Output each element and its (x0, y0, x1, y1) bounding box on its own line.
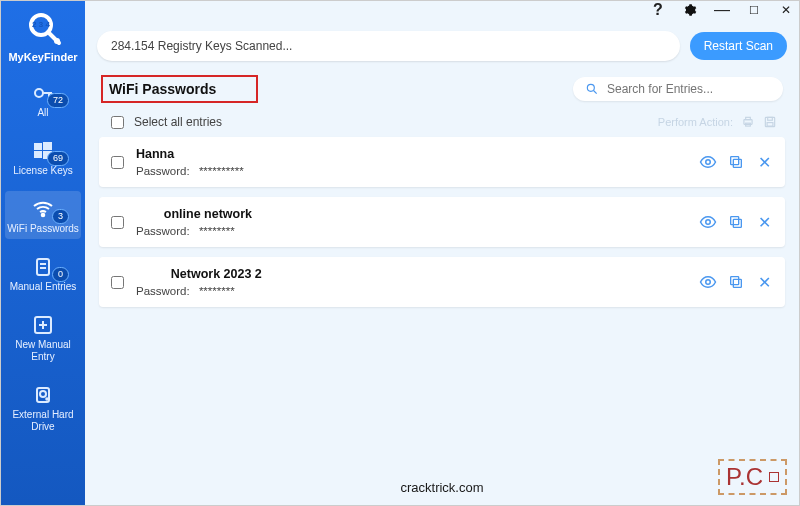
corner-watermark: P.C (718, 459, 787, 495)
maximize-button[interactable]: ☐ (747, 3, 761, 17)
copy-icon[interactable] (727, 153, 745, 171)
sidebar-item-new-manual[interactable]: New Manual Entry (5, 307, 81, 367)
select-all-checkbox[interactable] (111, 116, 124, 129)
scan-status: 284.154 Registry Keys Scanned... (97, 31, 680, 61)
svg-rect-9 (43, 142, 52, 150)
svg-rect-28 (768, 117, 773, 120)
svg-rect-25 (746, 117, 751, 119)
password-mask: ******** (199, 285, 235, 297)
entry-row: xxxxonline network Password: ******** ✕ (99, 197, 785, 247)
app-logo: 2 3 4 MyKeyFinder (1, 5, 85, 71)
svg-point-36 (706, 280, 711, 285)
svg-point-30 (706, 160, 711, 165)
entry-row: xxxxxNetwork 2023 2 Password: ******** ✕ (99, 257, 785, 307)
perform-action-area: Perform Action: (658, 115, 777, 129)
scan-bar: 284.154 Registry Keys Scanned... Restart… (97, 31, 787, 61)
delete-icon[interactable]: ✕ (755, 273, 773, 291)
svg-line-23 (594, 91, 597, 94)
section-title: WiFi Passwords (109, 81, 216, 97)
watermark-text: cracktrick.com (400, 480, 483, 495)
entry-checkbox[interactable] (111, 216, 124, 229)
svg-rect-35 (731, 217, 739, 225)
harddrive-icon (7, 381, 79, 409)
search-input[interactable] (607, 82, 771, 96)
password-mask: ********** (199, 165, 244, 177)
password-label: Password: (136, 225, 190, 237)
logo-digits: 2 3 4 (32, 20, 50, 29)
plus-icon (7, 311, 79, 339)
sidebar: 2 3 4 MyKeyFinder 72 All 69 License Keys… (1, 1, 85, 505)
entry-checkbox[interactable] (111, 276, 124, 289)
badge-count: 0 (52, 267, 69, 282)
print-icon[interactable] (741, 115, 755, 129)
help-button[interactable]: ? (651, 3, 665, 17)
badge-count: 3 (52, 209, 69, 224)
sidebar-item-external[interactable]: External Hard Drive (5, 377, 81, 437)
perform-action-label: Perform Action: (658, 116, 733, 128)
section-title-highlight: WiFi Passwords (101, 75, 258, 103)
svg-point-22 (587, 84, 594, 91)
sidebar-item-label: License Keys (7, 165, 79, 177)
sidebar-item-label: WiFi Passwords (7, 223, 79, 235)
select-all-row: Select all entries Perform Action: (85, 111, 799, 137)
save-icon[interactable] (763, 115, 777, 129)
minimize-button[interactable]: — (715, 3, 729, 17)
delete-icon[interactable]: ✕ (755, 213, 773, 231)
sidebar-item-all[interactable]: 72 All (5, 75, 81, 123)
restart-scan-button[interactable]: Restart Scan (690, 32, 787, 60)
svg-rect-34 (733, 219, 741, 227)
entry-checkbox[interactable] (111, 156, 124, 169)
app-logo-icon: 2 3 4 (1, 9, 85, 49)
svg-point-20 (40, 391, 46, 397)
svg-rect-38 (731, 277, 739, 285)
svg-point-33 (706, 220, 711, 225)
svg-point-4 (35, 89, 43, 97)
badge-count: 69 (47, 151, 69, 166)
entry-name: Hanna (136, 147, 699, 161)
password-label: Password: (136, 165, 190, 177)
app-name: MyKeyFinder (1, 51, 85, 63)
sidebar-item-label: Manual Entries (7, 281, 79, 293)
sidebar-item-wifi[interactable]: 3 WiFi Passwords (5, 191, 81, 239)
svg-rect-8 (34, 143, 42, 150)
entry-name: xxxxxNetwork 2023 2 (136, 267, 699, 281)
sidebar-item-manual[interactable]: 0 Manual Entries (5, 249, 81, 297)
delete-icon[interactable]: ✕ (755, 153, 773, 171)
svg-rect-32 (731, 157, 739, 165)
password-label: Password: (136, 285, 190, 297)
svg-rect-10 (34, 151, 42, 158)
svg-point-2 (54, 38, 60, 44)
svg-rect-31 (733, 159, 741, 167)
search-icon (585, 82, 599, 96)
eye-icon[interactable] (699, 273, 717, 291)
svg-rect-29 (767, 123, 773, 127)
sidebar-item-license[interactable]: 69 License Keys (5, 133, 81, 181)
entries-list: Hanna Password: ********** ✕ xxxxonline … (85, 137, 799, 317)
copy-icon[interactable] (727, 213, 745, 231)
entry-name: xxxxonline network (136, 207, 699, 221)
eye-icon[interactable] (699, 213, 717, 231)
svg-rect-37 (733, 279, 741, 287)
select-all-label: Select all entries (134, 115, 222, 129)
main-area: ? — ☐ ✕ 284.154 Registry Keys Scanned...… (85, 1, 799, 505)
close-button[interactable]: ✕ (779, 3, 793, 17)
copy-icon[interactable] (727, 273, 745, 291)
svg-point-12 (42, 214, 45, 217)
svg-point-21 (46, 398, 48, 400)
eye-icon[interactable] (699, 153, 717, 171)
window-controls: ? — ☐ ✕ (651, 3, 793, 17)
sidebar-item-label: All (7, 107, 79, 119)
password-mask: ******** (199, 225, 235, 237)
settings-button[interactable] (683, 3, 697, 17)
entry-row: Hanna Password: ********** ✕ (99, 137, 785, 187)
badge-count: 72 (47, 93, 69, 108)
section-header: WiFi Passwords (85, 71, 799, 111)
sidebar-item-label: New Manual Entry (7, 339, 79, 363)
sidebar-item-label: External Hard Drive (7, 409, 79, 433)
search-box[interactable] (573, 77, 783, 101)
